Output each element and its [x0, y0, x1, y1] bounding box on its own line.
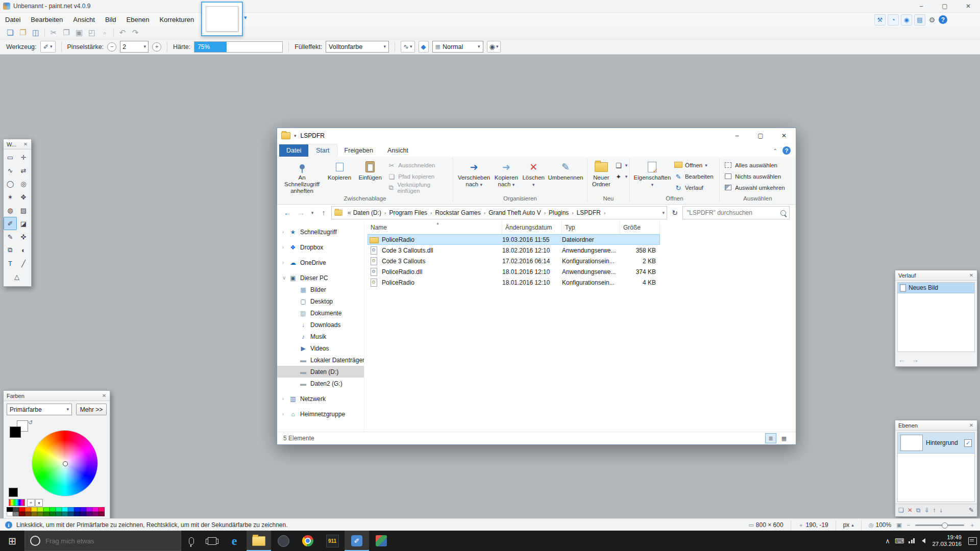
search-box[interactable] — [682, 206, 790, 219]
palette-swatch[interactable] — [50, 507, 56, 512]
edit-button[interactable]: ✎ Bearbeiten — [673, 171, 715, 182]
taskbar-app-button[interactable]: ✐ — [345, 531, 369, 551]
table-row[interactable]: ⚙ PoliceRadio 19.03.2016 11:55 Dateiordn… — [368, 234, 660, 245]
minimize-button[interactable]: – — [725, 128, 749, 143]
sidebar-item[interactable]: › ★ Schnellzugriff — [277, 226, 364, 238]
ribbon-tab[interactable]: Start — [308, 144, 337, 157]
sidebar-item[interactable]: › ❖ Dropbox — [277, 241, 364, 253]
rename-button[interactable]: ✎ Umbenennen — [547, 159, 584, 182]
minimize-ribbon-icon[interactable]: ⌃ — [773, 148, 777, 154]
invert-selection-button[interactable]: Auswahl umkehren — [723, 183, 787, 193]
zoom-out-icon[interactable]: − — [907, 522, 910, 528]
menu-item[interactable]: Ebenen — [121, 16, 155, 23]
layers-panel-titlebar[interactable]: Ebenen ✕ — [895, 420, 977, 431]
zoom-slider-thumb[interactable] — [942, 522, 948, 529]
breadcrumb-item[interactable]: Rockstar Games › — [435, 209, 488, 216]
colors-panel-titlebar[interactable]: Farben ✕ — [4, 391, 110, 401]
palette-swatch[interactable] — [31, 512, 37, 516]
task-view-button[interactable] — [202, 531, 222, 551]
palette-menu-button[interactable]: ▾ — [35, 499, 43, 507]
move-layer-up-icon[interactable]: ↑ — [933, 507, 936, 514]
delete-layer-icon[interactable]: ✕ — [908, 507, 913, 514]
quality-button[interactable]: ◆ — [419, 41, 429, 53]
brush-width-increase-button[interactable]: + — [152, 42, 161, 52]
tool-button[interactable]: ◪ — [17, 217, 30, 230]
tool-button[interactable]: ◎ — [17, 177, 30, 190]
color-mode-select[interactable]: Primärfarbe ▾ — [7, 404, 72, 415]
toolbar-icon[interactable]: ↶ — [117, 28, 128, 38]
table-row[interactable]: ⚙ Code 3 Callouts.dll 18.02.2016 12:10 A… — [368, 245, 660, 256]
tool-button[interactable]: ✥ — [17, 190, 30, 204]
fill-style-select[interactable]: Volltonfarbe ▾ — [326, 41, 389, 53]
panel-toggle-button[interactable]: ▤ — [914, 14, 925, 26]
easy-access-button[interactable]: ✦ ▾ — [613, 171, 629, 182]
hue-bar[interactable] — [9, 499, 25, 506]
close-icon[interactable]: ✕ — [968, 422, 975, 428]
cut-button[interactable]: ✂ Ausschneiden — [386, 160, 450, 170]
toolbar-icon[interactable]: ↷ — [130, 28, 140, 38]
palette-swatch[interactable] — [25, 512, 31, 516]
palette-swatch[interactable] — [62, 507, 68, 512]
move-to-button[interactable]: ➜ Verschieben nach ▾ — [456, 159, 492, 189]
search-input[interactable] — [686, 209, 780, 217]
tool-button[interactable]: ╱ — [17, 257, 30, 270]
history-item[interactable]: Neues Bild — [898, 283, 974, 293]
taskbar-search[interactable] — [24, 531, 181, 551]
tool-button[interactable]: ∿ — [4, 164, 17, 177]
palette-swatch[interactable] — [13, 512, 19, 516]
palette-swatch[interactable] — [68, 512, 74, 516]
tool-button[interactable]: ▭ — [4, 151, 17, 164]
tool-button[interactable]: ✜ — [17, 230, 30, 243]
merge-down-icon[interactable]: ⇓ — [924, 507, 929, 514]
table-row[interactable]: ⚙ PoliceRadio 18.01.2016 12:10 Konfigura… — [368, 277, 660, 288]
toolbar-icon[interactable]: ▣ — [74, 28, 84, 38]
toolbar-icon[interactable]: ❏ — [5, 28, 15, 38]
toolbar-icon[interactable]: ❐ — [61, 28, 71, 38]
tool-button[interactable]: ✛ — [17, 151, 30, 164]
primary-color-swatch[interactable] — [10, 427, 21, 438]
breadcrumb-item[interactable]: Plugins › — [549, 209, 577, 216]
maximize-button[interactable]: ▢ — [933, 0, 957, 12]
tool-button[interactable]: T — [4, 257, 17, 270]
breadcrumb[interactable]: « Daten (D:) › Program Files › — [331, 206, 667, 219]
palette-swatch[interactable] — [19, 512, 25, 516]
ribbon-tab[interactable]: Datei — [279, 144, 308, 157]
palette-swatch[interactable] — [74, 512, 80, 516]
close-icon[interactable]: ✕ — [22, 141, 29, 147]
move-layer-down-icon[interactable]: ↓ — [939, 507, 942, 514]
paste-shortcut-button[interactable]: ⧉ Verknüpfung einfügen — [386, 183, 450, 193]
taskbar-clock[interactable]: 19:49 27.03.2016 — [930, 534, 964, 548]
tools-panel-titlebar[interactable]: W... ✕ — [4, 139, 31, 149]
toolbar-icon[interactable]: ▫ — [100, 28, 110, 38]
sidebar-item[interactable]: ↓ Downloads — [277, 319, 364, 331]
palette-swatch[interactable] — [37, 512, 43, 516]
line-style-dropdown[interactable]: ∿▾ — [401, 41, 414, 53]
breadcrumb-item[interactable]: Program Files › — [389, 209, 435, 216]
tool-button[interactable]: ◍ — [4, 204, 17, 217]
palette-swatch[interactable] — [7, 512, 13, 516]
tool-button[interactable]: ▨ — [17, 204, 30, 217]
details-view-button[interactable]: ≣ — [765, 433, 776, 443]
palette-swatch[interactable] — [25, 507, 31, 512]
sidebar-item[interactable]: ▤ Dokumente — [277, 307, 364, 319]
breadcrumb-item[interactable]: Grand Theft Auto V › — [488, 209, 549, 216]
breadcrumb-item[interactable]: LSPDFR › — [577, 209, 609, 216]
zoom-slider[interactable] — [915, 524, 964, 526]
expander-chevron-icon[interactable]: › — [282, 229, 288, 235]
taskbar-app-button[interactable] — [296, 531, 320, 551]
palette-swatch[interactable] — [80, 512, 86, 516]
action-center-icon[interactable] — [968, 537, 977, 545]
sidebar-item[interactable]: › ☁ OneDrive — [277, 257, 364, 268]
breadcrumb-overflow-icon[interactable]: « — [348, 209, 351, 216]
add-layer-icon[interactable]: ❏ — [898, 507, 904, 514]
image-list-chevron-icon[interactable]: ▾ — [244, 14, 247, 21]
expander-chevron-icon[interactable]: › — [282, 396, 288, 402]
tool-button[interactable]: ⇄ — [17, 164, 30, 177]
pin-to-quick-access-button[interactable]: An Schnellzugriff anheften — [280, 159, 324, 195]
layer-row[interactable]: Hintergrund — [898, 433, 974, 454]
palette-swatch[interactable] — [99, 512, 105, 516]
brush-width-decrease-button[interactable]: − — [107, 42, 116, 52]
palette-swatch[interactable] — [50, 512, 56, 516]
taskbar-app-button[interactable] — [271, 531, 296, 551]
explorer-help-icon[interactable]: ? — [782, 146, 791, 155]
